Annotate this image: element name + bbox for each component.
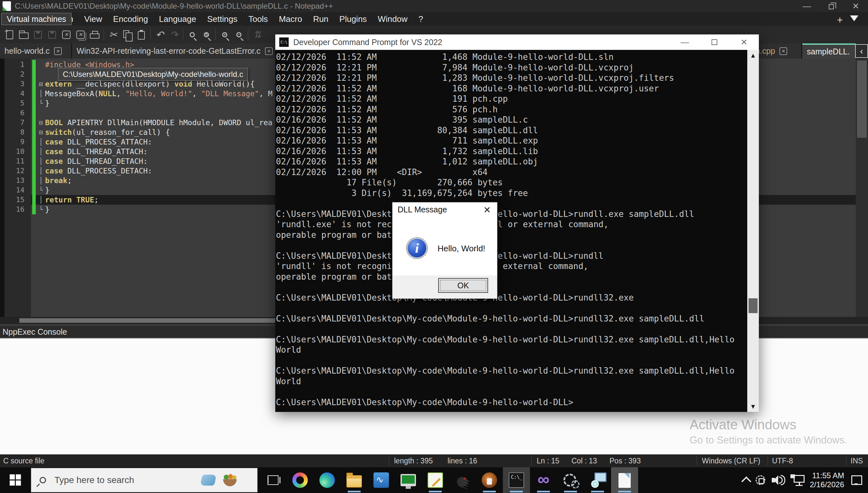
new-file-icon[interactable] <box>3 28 17 42</box>
search-icon <box>40 477 46 483</box>
menu-item-tools[interactable]: Tools <box>243 14 273 24</box>
menu-item-macro[interactable]: Macro <box>273 14 308 24</box>
tray-volume-icon[interactable] <box>772 475 785 486</box>
menu-item-language[interactable]: Language <box>153 14 202 24</box>
taskbar-search-input[interactable]: Type here to search <box>31 468 258 492</box>
tab-win32-api-getlasterror[interactable]: Win32-API-retrieving-last-error-code-Get… <box>72 43 279 59</box>
scroll-down-icon[interactable]: ▼ <box>747 401 759 412</box>
tab-close-icon[interactable]: ✕ <box>54 47 62 55</box>
tab-close-icon[interactable]: ✕ <box>265 47 273 55</box>
zoom-out-icon[interactable]: − <box>232 28 246 42</box>
cmd-console-body[interactable]: 02/12/2026 11:52 AM 1,468 Module-9-hello… <box>275 50 759 412</box>
cmd-minimize-button[interactable]: — <box>670 35 700 50</box>
tab-hello-world-c[interactable]: hello-world.c ✕ <box>0 43 71 59</box>
start-button[interactable] <box>0 467 31 493</box>
undo-icon[interactable]: ↶ <box>153 28 167 42</box>
cmd-scrollbar[interactable]: ▲ ▼ <box>747 50 759 412</box>
print-icon[interactable] <box>88 28 102 42</box>
open-file-icon[interactable] <box>17 28 31 42</box>
menu-item-encoding[interactable]: Encoding <box>108 14 153 24</box>
menu-item-run[interactable]: Run <box>308 14 334 24</box>
search-placeholder: Type here to search <box>55 475 134 485</box>
dialog-close-icon[interactable]: ✕ <box>482 204 493 215</box>
dialog-titlebar[interactable]: DLL Message ✕ <box>393 202 497 217</box>
taskbar-app-copilot[interactable] <box>287 467 314 493</box>
spider-app-icon <box>457 477 468 487</box>
gears-app-icon <box>563 472 578 488</box>
tray-chevron-up-icon[interactable] <box>741 476 751 486</box>
tab-list-caret-icon[interactable] <box>850 16 858 21</box>
dll-message-dialog[interactable]: DLL Message ✕ i Hello, World! OK <box>392 202 497 298</box>
find-icon[interactable] <box>185 28 199 42</box>
taskbar-app-document-app[interactable] <box>611 467 638 493</box>
file-path-tooltip: C:\Users\MALDEV01\Desktop\My-code\hello-… <box>58 68 248 81</box>
taskbar-app-gears-app[interactable] <box>557 467 584 493</box>
npp-minimize-button[interactable]: — <box>795 0 819 12</box>
taskbar-app-visual-studio[interactable] <box>530 467 557 493</box>
close-all-icon[interactable]: ✕ <box>73 28 88 42</box>
developer-command-prompt-window[interactable]: C:\ Developer Command Prompt for VS 2022… <box>275 35 759 412</box>
new-tab-plus-icon[interactable]: + <box>837 14 843 26</box>
cmd-close-button[interactable]: ✕ <box>729 35 759 50</box>
zoom-in-icon[interactable]: + <box>218 28 232 42</box>
status-lines: lines : 16 <box>447 454 477 467</box>
save-all-icon[interactable] <box>45 28 59 42</box>
search-decoration-basket-icon <box>223 474 237 487</box>
fold-margin[interactable]: ⊟│└ ⊟⊟│││││└│└ <box>37 60 45 214</box>
menu-item-plugins[interactable]: Plugins <box>334 14 372 24</box>
search-decoration-mat-icon <box>200 475 216 486</box>
system-tray: 11:55 AM 2/16/2026 <box>743 467 868 493</box>
taskbar-app-notepad-plus-plus[interactable] <box>422 467 449 493</box>
dialog-footer: OK <box>393 276 497 299</box>
taskbar-clock[interactable]: 11:55 AM 2/16/2026 <box>810 471 844 489</box>
replace-icon[interactable]: ↻ <box>199 28 213 42</box>
taskbar-app-spider-app[interactable] <box>449 467 476 493</box>
npp-close-button[interactable]: ✕ <box>844 0 868 12</box>
cmd-maximize-button[interactable] <box>700 35 729 50</box>
npp-restore-button[interactable] <box>819 0 844 12</box>
menu-item-window[interactable]: Window <box>372 14 413 24</box>
blue-monitor-app-icon <box>374 472 389 488</box>
line-numbers: 12345678910111213141516 <box>0 60 24 214</box>
sync-scroll-icon[interactable]: ⇅ <box>250 28 264 42</box>
scroll-up-icon[interactable]: ▲ <box>747 50 759 61</box>
tab-sampledll[interactable]: sampleDLL. <box>802 43 856 59</box>
taskbar-app-edge[interactable] <box>314 467 341 493</box>
ok-button[interactable]: OK <box>438 278 488 293</box>
visual-studio-icon <box>536 472 551 488</box>
copilot-icon <box>292 472 308 488</box>
cmd-window-title: Developer Command Prompt for VS 2022 <box>293 38 442 47</box>
taskbar-app-blue-monitor-app[interactable] <box>368 467 395 493</box>
status-eol: Windows (CR LF) <box>702 454 760 467</box>
action-center-icon[interactable] <box>851 475 862 485</box>
taskbar-app-green-monitor-app[interactable] <box>395 467 422 493</box>
saved-changes-marker <box>32 60 36 214</box>
activate-windows-watermark: Activate Windows Go to Settings to activ… <box>690 417 847 446</box>
dialog-body: i Hello, World! <box>393 217 497 276</box>
tab-scroll-left-icon[interactable]: ‹ <box>855 44 868 58</box>
tab-close-icon[interactable]: ✕ <box>780 47 787 55</box>
tray-recording-icon[interactable] <box>756 475 765 485</box>
menu-item-view[interactable]: View <box>79 14 108 24</box>
taskbar-app-bear-app[interactable] <box>476 467 503 493</box>
paste-icon[interactable] <box>134 28 148 42</box>
status-ln: Ln : 15 <box>537 454 559 467</box>
cmd-scrollbar-thumb[interactable] <box>748 298 758 313</box>
editor-vertical-scrollbar-thumb[interactable] <box>857 61 867 138</box>
save-icon[interactable] <box>31 28 45 42</box>
tray-network-icon[interactable] <box>790 474 805 486</box>
editor-horizontal-scrollbar-thumb[interactable] <box>19 318 280 323</box>
menu-item-settings[interactable]: Settings <box>202 14 243 24</box>
task-view-button[interactable] <box>260 467 286 493</box>
cmd-titlebar[interactable]: C:\ Developer Command Prompt for VS 2022… <box>275 35 759 50</box>
menu-item-[interactable]: ? <box>413 14 428 24</box>
taskbar-app-command-prompt[interactable] <box>503 467 530 493</box>
watermark-title: Activate Windows <box>690 417 847 432</box>
cut-icon[interactable]: ✂ <box>106 28 120 42</box>
notepadpp-titlebar[interactable]: C:\Users\MALDEV01\Desktop\My-code\Module… <box>0 0 868 12</box>
close-icon[interactable]: ✕ <box>59 28 73 42</box>
copy-icon[interactable] <box>120 28 134 42</box>
taskbar-app-computer-disc-app[interactable] <box>584 467 611 493</box>
redo-icon[interactable]: ↷ <box>167 28 181 42</box>
taskbar-app-file-explorer[interactable] <box>341 467 368 493</box>
